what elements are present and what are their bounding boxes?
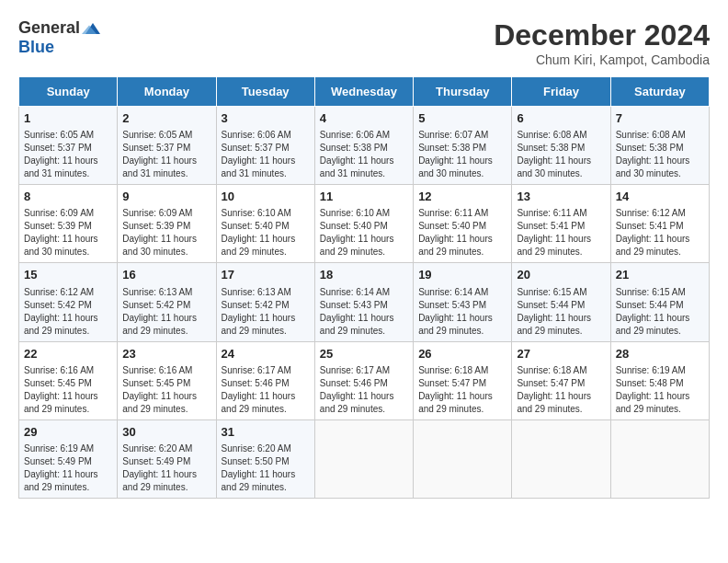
day-info: Sunrise: 6:09 AM Sunset: 5:39 PM Dayligh…	[24, 207, 112, 259]
logo-icon	[82, 19, 104, 38]
day-number: 6	[517, 110, 605, 127]
day-info: Sunrise: 6:13 AM Sunset: 5:42 PM Dayligh…	[122, 286, 210, 338]
day-info: Sunrise: 6:14 AM Sunset: 5:43 PM Dayligh…	[418, 286, 506, 338]
day-cell: 22Sunrise: 6:16 AM Sunset: 5:45 PM Dayli…	[19, 341, 118, 419]
day-cell: 21Sunrise: 6:15 AM Sunset: 5:44 PM Dayli…	[610, 263, 709, 341]
page-header: General Blue December 2024 Chum Kiri, Ka…	[18, 18, 710, 67]
day-cell: 20Sunrise: 6:15 AM Sunset: 5:44 PM Dayli…	[512, 263, 610, 341]
day-number: 24	[222, 346, 310, 362]
day-cell: 8Sunrise: 6:09 AM Sunset: 5:39 PM Daylig…	[19, 185, 118, 263]
day-info: Sunrise: 6:16 AM Sunset: 5:45 PM Dayligh…	[24, 364, 112, 416]
day-info: Sunrise: 6:11 AM Sunset: 5:40 PM Dayligh…	[418, 207, 506, 259]
day-info: Sunrise: 6:19 AM Sunset: 5:49 PM Dayligh…	[24, 442, 112, 494]
week-row-1: 1Sunrise: 6:05 AM Sunset: 5:37 PM Daylig…	[19, 107, 710, 185]
day-number: 9	[122, 189, 210, 205]
day-cell: 14Sunrise: 6:12 AM Sunset: 5:41 PM Dayli…	[610, 185, 709, 263]
day-number: 23	[122, 346, 210, 362]
day-number: 1	[24, 110, 112, 127]
day-cell: 23Sunrise: 6:16 AM Sunset: 5:45 PM Dayli…	[118, 341, 216, 419]
day-number: 20	[517, 267, 605, 283]
day-cell: 19Sunrise: 6:14 AM Sunset: 5:43 PM Dayli…	[414, 263, 512, 341]
day-number: 22	[24, 346, 112, 362]
day-info: Sunrise: 6:17 AM Sunset: 5:46 PM Dayligh…	[320, 364, 408, 416]
header-cell-friday: Friday	[512, 77, 610, 107]
day-number: 8	[24, 189, 112, 205]
day-number: 3	[222, 110, 310, 127]
day-number: 16	[122, 267, 210, 283]
title-block: December 2024 Chum Kiri, Kampot, Cambodi…	[494, 18, 710, 67]
day-cell: 25Sunrise: 6:17 AM Sunset: 5:46 PM Dayli…	[314, 341, 413, 419]
day-cell	[512, 419, 610, 498]
header-cell-thursday: Thursday	[414, 77, 512, 107]
day-info: Sunrise: 6:18 AM Sunset: 5:47 PM Dayligh…	[517, 364, 605, 416]
day-cell: 9Sunrise: 6:09 AM Sunset: 5:39 PM Daylig…	[118, 185, 216, 263]
day-info: Sunrise: 6:05 AM Sunset: 5:37 PM Dayligh…	[24, 129, 112, 180]
header-row: SundayMondayTuesdayWednesdayThursdayFrid…	[19, 77, 710, 107]
day-number: 14	[616, 189, 704, 205]
day-number: 10	[222, 189, 310, 205]
header-cell-sunday: Sunday	[19, 77, 118, 107]
week-row-3: 15Sunrise: 6:12 AM Sunset: 5:42 PM Dayli…	[19, 263, 710, 341]
day-number: 21	[616, 267, 704, 283]
day-cell: 15Sunrise: 6:12 AM Sunset: 5:42 PM Dayli…	[19, 263, 118, 341]
day-info: Sunrise: 6:05 AM Sunset: 5:37 PM Dayligh…	[122, 129, 210, 180]
calendar-header: SundayMondayTuesdayWednesdayThursdayFrid…	[19, 77, 710, 107]
day-info: Sunrise: 6:10 AM Sunset: 5:40 PM Dayligh…	[222, 207, 310, 259]
day-number: 7	[616, 110, 704, 127]
day-cell: 12Sunrise: 6:11 AM Sunset: 5:40 PM Dayli…	[414, 185, 512, 263]
day-number: 31	[222, 424, 310, 441]
day-info: Sunrise: 6:12 AM Sunset: 5:41 PM Dayligh…	[616, 207, 704, 259]
header-cell-saturday: Saturday	[610, 77, 709, 107]
day-info: Sunrise: 6:10 AM Sunset: 5:40 PM Dayligh…	[320, 207, 408, 259]
day-number: 15	[24, 267, 112, 283]
day-info: Sunrise: 6:15 AM Sunset: 5:44 PM Dayligh…	[616, 286, 704, 338]
day-cell: 11Sunrise: 6:10 AM Sunset: 5:40 PM Dayli…	[314, 185, 413, 263]
day-info: Sunrise: 6:07 AM Sunset: 5:38 PM Dayligh…	[418, 129, 506, 180]
day-info: Sunrise: 6:20 AM Sunset: 5:49 PM Dayligh…	[122, 442, 210, 494]
day-cell: 17Sunrise: 6:13 AM Sunset: 5:42 PM Dayli…	[216, 263, 314, 341]
day-cell: 26Sunrise: 6:18 AM Sunset: 5:47 PM Dayli…	[414, 341, 512, 419]
header-cell-monday: Monday	[118, 77, 216, 107]
location-subtitle: Chum Kiri, Kampot, Cambodia	[494, 52, 710, 67]
day-cell: 31Sunrise: 6:20 AM Sunset: 5:50 PM Dayli…	[216, 419, 314, 498]
header-cell-tuesday: Tuesday	[216, 77, 314, 107]
calendar-table: SundayMondayTuesdayWednesdayThursdayFrid…	[18, 76, 710, 499]
day-cell: 5Sunrise: 6:07 AM Sunset: 5:38 PM Daylig…	[414, 107, 512, 185]
day-info: Sunrise: 6:08 AM Sunset: 5:38 PM Dayligh…	[616, 129, 704, 180]
logo: General Blue	[18, 18, 104, 57]
day-info: Sunrise: 6:06 AM Sunset: 5:37 PM Dayligh…	[222, 129, 310, 180]
day-cell: 16Sunrise: 6:13 AM Sunset: 5:42 PM Dayli…	[118, 263, 216, 341]
day-cell: 1Sunrise: 6:05 AM Sunset: 5:37 PM Daylig…	[19, 107, 118, 185]
week-row-5: 29Sunrise: 6:19 AM Sunset: 5:49 PM Dayli…	[19, 419, 710, 498]
day-info: Sunrise: 6:11 AM Sunset: 5:41 PM Dayligh…	[517, 207, 605, 259]
day-number: 28	[616, 346, 704, 362]
day-number: 17	[222, 267, 310, 283]
logo-blue-text: Blue	[18, 38, 54, 57]
day-number: 13	[517, 189, 605, 205]
day-info: Sunrise: 6:20 AM Sunset: 5:50 PM Dayligh…	[222, 442, 310, 494]
day-info: Sunrise: 6:08 AM Sunset: 5:38 PM Dayligh…	[517, 129, 605, 180]
header-cell-wednesday: Wednesday	[314, 77, 413, 107]
day-cell: 7Sunrise: 6:08 AM Sunset: 5:38 PM Daylig…	[610, 107, 709, 185]
day-number: 30	[122, 424, 210, 441]
day-info: Sunrise: 6:18 AM Sunset: 5:47 PM Dayligh…	[418, 364, 506, 416]
day-cell: 24Sunrise: 6:17 AM Sunset: 5:46 PM Dayli…	[216, 341, 314, 419]
week-row-2: 8Sunrise: 6:09 AM Sunset: 5:39 PM Daylig…	[19, 185, 710, 263]
day-info: Sunrise: 6:17 AM Sunset: 5:46 PM Dayligh…	[222, 364, 310, 416]
day-number: 19	[418, 267, 506, 283]
day-info: Sunrise: 6:14 AM Sunset: 5:43 PM Dayligh…	[320, 286, 408, 338]
day-number: 29	[24, 424, 112, 441]
day-number: 4	[320, 110, 408, 127]
day-cell	[610, 419, 709, 498]
day-cell: 4Sunrise: 6:06 AM Sunset: 5:38 PM Daylig…	[314, 107, 413, 185]
month-year-title: December 2024	[494, 18, 710, 52]
day-cell	[414, 419, 512, 498]
day-number: 25	[320, 346, 408, 362]
day-number: 18	[320, 267, 408, 283]
day-cell: 27Sunrise: 6:18 AM Sunset: 5:47 PM Dayli…	[512, 341, 610, 419]
day-info: Sunrise: 6:16 AM Sunset: 5:45 PM Dayligh…	[122, 364, 210, 416]
day-info: Sunrise: 6:09 AM Sunset: 5:39 PM Dayligh…	[122, 207, 210, 259]
day-number: 11	[320, 189, 408, 205]
day-cell: 3Sunrise: 6:06 AM Sunset: 5:37 PM Daylig…	[216, 107, 314, 185]
day-number: 27	[517, 346, 605, 362]
